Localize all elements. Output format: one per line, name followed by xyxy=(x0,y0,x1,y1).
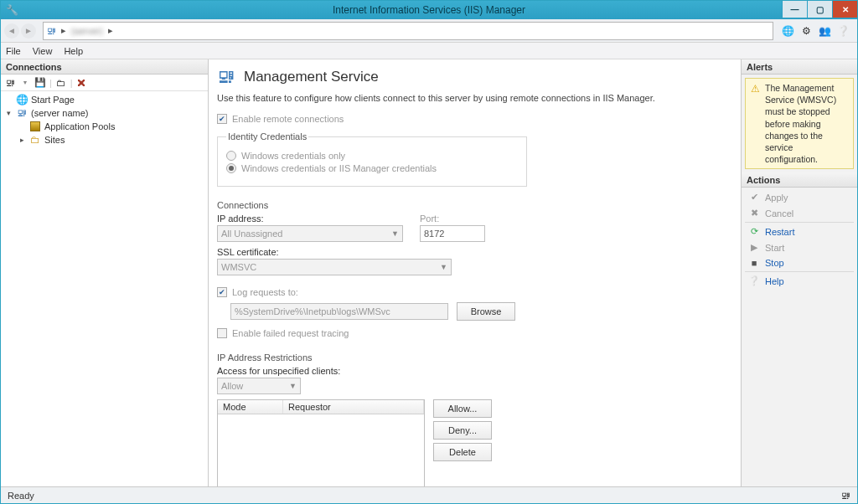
cancel-icon: ✖ xyxy=(748,208,760,219)
tree-start-page[interactable]: 🌐 Start Page xyxy=(3,93,206,106)
chevron-down-icon[interactable]: ▼ xyxy=(19,77,31,89)
app-pool-icon xyxy=(29,121,41,132)
ssl-cert-label: SSL certificate: xyxy=(217,247,732,257)
port-value: 8172 xyxy=(424,229,444,239)
minimize-button[interactable]: — xyxy=(782,1,807,18)
connections-header: Connections xyxy=(1,59,208,75)
identity-credentials-group: Identity Credentials Windows credentials… xyxy=(217,131,527,187)
tree-server-node[interactable]: ▾ 🖳 (server name) xyxy=(3,106,206,120)
identity-legend: Identity Credentials xyxy=(226,131,308,141)
ip-address-select[interactable]: All Unassigned ▼ xyxy=(217,225,403,242)
breadcrumb-chevron: ▸ xyxy=(61,25,66,36)
start-icon: ▶ xyxy=(748,242,760,253)
nav-forward-button[interactable]: ► xyxy=(21,23,36,39)
breadcrumb-chevron: ▸ xyxy=(108,25,113,36)
unspecified-clients-label: Access for unspecified clients: xyxy=(217,366,732,376)
help-icon: ❔ xyxy=(748,275,760,286)
connections-panel: Connections 🖳 ▼ 💾 | 🗀 | 🗙 🌐 Start Page ▾ xyxy=(1,59,209,486)
expand-icon[interactable]: ▾ xyxy=(4,109,13,117)
tree-app-pools[interactable]: Application Pools xyxy=(16,120,206,133)
log-requests-checkbox[interactable] xyxy=(217,287,227,297)
ip-address-label: IP address: xyxy=(217,213,403,224)
windows-or-iis-label: Windows credentials or IIS Manager crede… xyxy=(241,163,437,173)
status-icon: 🖳 xyxy=(841,491,850,501)
enable-tracing-checkbox[interactable] xyxy=(217,328,227,338)
connections-heading: Connections xyxy=(217,200,732,210)
warning-icon: ⚠ xyxy=(751,82,760,165)
breadcrumb[interactable]: 🖳 ▸ (server) ▸ xyxy=(43,22,773,40)
help-icon[interactable]: ❔ xyxy=(835,23,850,39)
enable-remote-label: Enable remote connections xyxy=(232,114,344,124)
right-sidebar: Alerts ⚠ The Management Service (WMSVC) … xyxy=(742,59,857,486)
col-mode: Mode xyxy=(218,400,283,414)
window-title: Internet Information Services (IIS) Mana… xyxy=(333,4,525,16)
log-requests-label: Log requests to: xyxy=(232,287,298,297)
action-restart[interactable]: ⟳ Restart xyxy=(742,224,857,239)
enable-remote-checkbox[interactable] xyxy=(217,114,227,124)
group-icon[interactable]: 👥 xyxy=(817,23,832,39)
add-connection-icon[interactable]: 🖳 xyxy=(4,77,16,89)
port-label: Port: xyxy=(420,213,485,224)
windows-only-label: Windows credentials only xyxy=(241,151,345,161)
menu-view[interactable]: View xyxy=(33,46,53,56)
menubar: File View Help xyxy=(1,43,857,59)
feature-title: 🖳 Management Service xyxy=(217,66,732,88)
menu-file[interactable]: File xyxy=(6,46,21,56)
unspecified-clients-select[interactable]: Allow ▼ xyxy=(217,378,301,394)
action-help[interactable]: ❔ Help xyxy=(742,273,857,289)
chevron-down-icon: ▼ xyxy=(391,229,399,238)
stop-icon: ■ xyxy=(748,258,760,268)
expand-icon[interactable]: ▸ xyxy=(18,136,26,144)
feature-pane: 🖳 Management Service Use this feature to… xyxy=(209,59,742,486)
actions-header: Actions xyxy=(742,172,857,188)
main-area: Connections 🖳 ▼ 💾 | 🗀 | 🗙 🌐 Start Page ▾ xyxy=(1,59,857,486)
settings-icon[interactable]: ⚙ xyxy=(799,23,814,39)
maximize-button[interactable]: ▢ xyxy=(807,1,832,18)
ssl-cert-select[interactable]: WMSVC ▼ xyxy=(217,259,452,275)
connections-tree: 🌐 Start Page ▾ 🖳 (server name) Applicati… xyxy=(1,91,208,486)
action-stop[interactable]: ■ Stop xyxy=(742,255,857,270)
nav-back-button[interactable]: ◄ xyxy=(4,23,19,39)
windows-only-radio[interactable] xyxy=(226,151,236,161)
port-input[interactable]: 8172 xyxy=(420,225,485,242)
deny-button[interactable]: Deny... xyxy=(433,421,492,440)
navbar: ◄ ► 🖳 ▸ (server) ▸ 🌐 ⚙ 👥 ❔ xyxy=(1,19,857,43)
restrictions-table[interactable]: Mode Requestor xyxy=(217,399,425,486)
menu-help[interactable]: Help xyxy=(64,46,83,56)
window-controls: — ▢ ✕ xyxy=(782,1,857,19)
titlebar: 🔧 Internet Information Services (IIS) Ma… xyxy=(1,1,857,19)
ip-address-value: All Unassigned xyxy=(221,229,282,239)
breadcrumb-server-label: (server) xyxy=(71,26,103,36)
chevron-down-icon: ▼ xyxy=(440,263,447,271)
status-text: Ready xyxy=(8,491,34,501)
tree-label: Start Page xyxy=(31,95,75,105)
feature-title-label: Management Service xyxy=(244,69,379,85)
close-button[interactable]: ✕ xyxy=(832,1,857,18)
action-cancel: ✖ Cancel xyxy=(742,205,857,221)
alerts-header: Alerts xyxy=(742,59,857,75)
allow-button[interactable]: Allow... xyxy=(433,399,492,418)
site-icon[interactable]: 🌐 xyxy=(780,23,795,39)
app-icon: 🔧 xyxy=(6,4,18,16)
app-window: 🔧 Internet Information Services (IIS) Ma… xyxy=(0,0,858,504)
save-icon[interactable]: 💾 xyxy=(34,77,46,89)
alert-message: ⚠ The Management Service (WMSVC) must be… xyxy=(745,78,854,169)
remove-icon[interactable]: 🗙 xyxy=(76,77,88,89)
delete-button[interactable]: Delete xyxy=(433,443,492,461)
log-path-input[interactable]: %SystemDrive%\Inetpub\logs\WMSvc xyxy=(230,303,448,320)
browse-button[interactable]: Browse xyxy=(457,302,515,321)
tree-sites[interactable]: ▸ 🗀 Sites xyxy=(16,133,206,147)
server-icon: 🖳 xyxy=(16,107,28,119)
chevron-down-icon: ▼ xyxy=(289,382,297,390)
action-start: ▶ Start xyxy=(742,239,857,255)
tree-label: Application Pools xyxy=(44,121,115,131)
connections-toolbar: 🖳 ▼ 💾 | 🗀 | 🗙 xyxy=(1,75,208,91)
alert-text: The Management Service (WMSVC) must be s… xyxy=(765,82,848,165)
statusbar: Ready 🖳 xyxy=(1,486,857,503)
windows-or-iis-radio[interactable] xyxy=(226,163,236,173)
browse-icon[interactable]: 🗀 xyxy=(55,77,67,89)
restart-icon: ⟳ xyxy=(748,226,760,237)
log-path-value: %SystemDrive%\Inetpub\logs\WMSvc xyxy=(235,306,390,316)
tree-label: (server name) xyxy=(31,108,88,118)
unspecified-clients-value: Allow xyxy=(221,381,243,391)
